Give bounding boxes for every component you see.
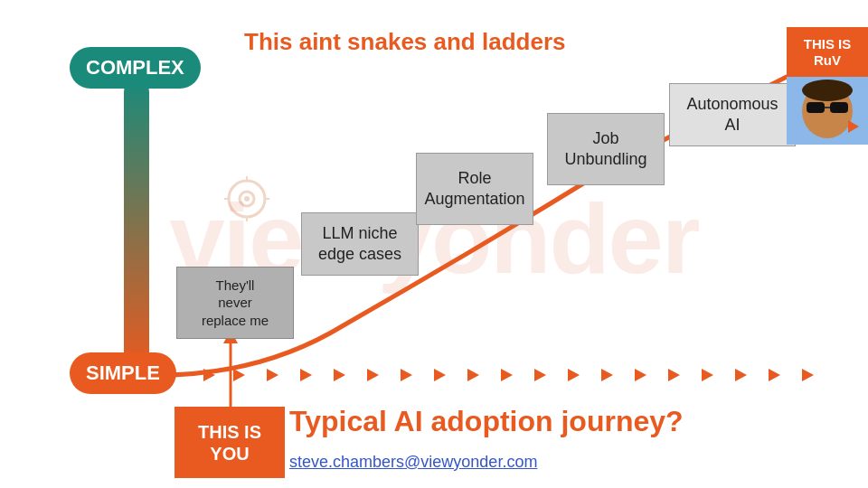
- svg-marker-11: [334, 369, 345, 381]
- box-role-augmentation: RoleAugmentation: [416, 153, 533, 225]
- svg-marker-16: [501, 369, 513, 381]
- svg-rect-30: [807, 102, 825, 113]
- bottom-title: Typical AI adoption journey?: [289, 405, 684, 438]
- chart-title: This aint snakes and ladders: [244, 27, 565, 58]
- svg-marker-13: [401, 369, 412, 381]
- svg-marker-22: [702, 369, 713, 381]
- svg-rect-31: [830, 102, 848, 113]
- box-llm: LLM nicheedge cases: [301, 212, 419, 276]
- svg-point-34: [802, 80, 853, 101]
- svg-marker-24: [769, 369, 780, 381]
- box-job-unbundling: JobUnbundling: [547, 113, 665, 185]
- svg-marker-14: [434, 369, 446, 381]
- eye-watermark-icon: [224, 176, 269, 221]
- svg-marker-19: [601, 369, 613, 381]
- box-autonomous-ai: AutonomousAI: [669, 83, 796, 146]
- svg-marker-7: [203, 369, 215, 381]
- complexity-bar: [124, 80, 149, 369]
- box-this-is-you: THIS ISYOU: [175, 407, 285, 478]
- simple-label: SIMPLE: [70, 352, 176, 394]
- avatar-image: [787, 77, 868, 145]
- svg-marker-9: [267, 369, 278, 381]
- box-replace: They'llneverreplace me: [176, 267, 294, 339]
- svg-marker-18: [568, 369, 580, 381]
- bottom-email[interactable]: steve.chambers@viewyonder.com: [289, 453, 537, 472]
- svg-marker-17: [534, 369, 546, 381]
- svg-marker-21: [668, 369, 680, 381]
- svg-marker-8: [233, 369, 245, 381]
- complex-label: COMPLEX: [70, 47, 201, 89]
- svg-marker-12: [367, 369, 379, 381]
- svg-marker-20: [635, 369, 646, 381]
- svg-marker-25: [802, 369, 814, 381]
- box-this-is-ruv: THIS ISRuV: [787, 27, 868, 77]
- svg-marker-23: [735, 369, 747, 381]
- svg-point-2: [244, 196, 250, 202]
- svg-marker-15: [467, 369, 479, 381]
- svg-marker-10: [300, 369, 312, 381]
